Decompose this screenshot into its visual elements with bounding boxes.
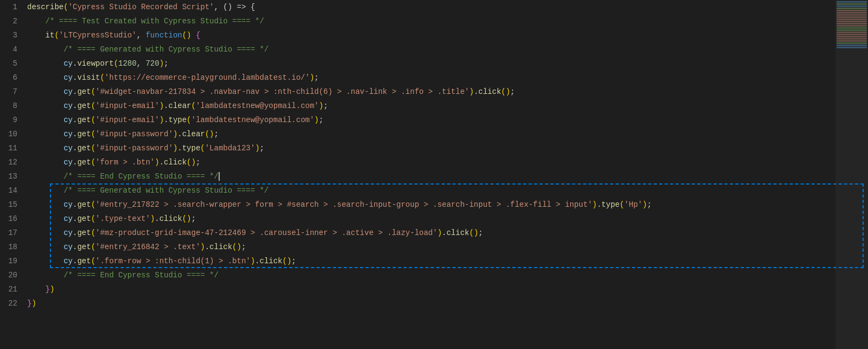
code-line-17: cy.get('#mz-product-grid-image-47-212469… [23, 226, 868, 240]
token-paren: ) [187, 31, 191, 40]
text-cursor [219, 172, 220, 181]
token-dot: . [442, 229, 446, 237]
token-str: 'Lambda123' [205, 144, 255, 153]
token-paren: () [205, 130, 214, 138]
token-dot: . [177, 130, 182, 138]
line-number-8: 8 [0, 99, 23, 113]
token-cy: cy [27, 257, 73, 265]
token-method: get [77, 116, 91, 124]
token-cy: cy [27, 73, 73, 82]
token-paren: ( [200, 144, 205, 153]
token-white: ; [323, 101, 328, 110]
token-paren: () [182, 214, 192, 223]
token-cy: cy [27, 101, 73, 110]
token-cy: cy [27, 87, 73, 96]
line-number-14: 14 [0, 183, 23, 198]
code-line-11: cy.get('#input-password').type('Lambda12… [23, 141, 868, 155]
token-method: get [77, 144, 91, 153]
token-method: click [209, 243, 232, 251]
line-number-11: 11 [0, 141, 23, 155]
token-dot: . [597, 200, 601, 209]
token-cy: cy [27, 243, 73, 251]
line-numbers: 12345678910111213141516171819202122 [0, 0, 23, 349]
code-line-7: cy.get('#widget-navbar-217834 > .navbar-… [23, 85, 868, 99]
token-paren: ( [91, 116, 95, 124]
token-method: get [77, 87, 91, 96]
code-line-16: cy.get('.type-text').click(); [23, 212, 868, 226]
token-paren: ) [314, 116, 318, 124]
token-paren: ( [63, 3, 68, 11]
token-paren: ) [437, 229, 442, 237]
token-paren: ( [620, 200, 624, 209]
code-line-8: cy.get('#input-email').clear('lambdatest… [23, 99, 868, 113]
token-method: get [77, 214, 91, 223]
token-paren: ( [91, 87, 95, 96]
token-str: '#input-email' [95, 116, 159, 124]
line-number-13: 13 [0, 169, 23, 183]
token-white: , [137, 31, 146, 40]
token-str: '#mz-product-grid-image-47-212469 > .car… [95, 229, 437, 237]
code-line-21: }) [23, 282, 868, 296]
token-dot: . [205, 243, 209, 251]
token-paren: () [283, 257, 292, 265]
token-cy: cy [27, 229, 73, 237]
code-line-20: /* ==== End Cypress Studio ==== */ [23, 268, 868, 282]
token-white: , () => { [214, 3, 255, 11]
token-method: click [260, 257, 283, 265]
token-paren: ( [91, 200, 95, 209]
token-dot: . [159, 158, 164, 167]
line-number-4: 4 [0, 42, 23, 56]
line-number-19: 19 [0, 254, 23, 268]
token-dot: . [155, 214, 159, 223]
token-kw-describe: describe [27, 3, 63, 11]
line-number-16: 16 [0, 212, 23, 226]
token-method: get [77, 229, 91, 237]
token-str: '.form-row > :nth-child(1) > .btn' [95, 257, 251, 265]
code-line-19: cy.get('.form-row > :nth-child(1) > .btn… [23, 254, 868, 268]
code-line-3: it('LTCypressStudio', function() { [23, 28, 868, 42]
token-str: '#entry_216842 > .text' [95, 243, 200, 251]
token-paren: ) [159, 59, 164, 68]
token-cy: cy [27, 158, 73, 167]
token-str: 'Cypress Studio Recorded Script' [68, 3, 214, 11]
token-kw-it: it [46, 31, 55, 40]
token-str: 'https://ecommerce-playground.lambdatest… [105, 73, 310, 82]
line-number-12: 12 [0, 155, 23, 169]
token-paren: ) [642, 200, 647, 209]
token-paren: ( [54, 31, 59, 40]
token-str: '#input-email' [95, 101, 159, 110]
line-number-5: 5 [0, 56, 23, 71]
token-comment: /* ==== Test Created with Cypress Studio… [27, 17, 264, 26]
token-white: ; [241, 243, 246, 251]
token-paren: ) [200, 243, 205, 251]
token-method: click [159, 214, 182, 223]
token-cy: cy [27, 59, 73, 68]
token-brace: } [27, 285, 50, 294]
token-paren: ) [255, 144, 259, 153]
token-method: visit [77, 73, 100, 82]
token-method: get [77, 101, 91, 110]
token-method: type [182, 144, 201, 153]
token-paren: ( [100, 73, 104, 82]
token-white: ; [214, 130, 219, 138]
code-area[interactable]: describe('Cypress Studio Recorded Script… [23, 0, 868, 349]
token-paren: ( [91, 257, 95, 265]
token-paren: () [469, 229, 478, 237]
code-line-15: cy.get('#entry_217822 > .search-wrapper … [23, 198, 868, 212]
token-method: click [446, 229, 469, 237]
token-paren: ( [91, 158, 95, 167]
token-str: 'form > .btn' [95, 158, 155, 167]
token-comment: /* ==== End Cypress Studio ==== */ [27, 271, 219, 280]
token-paren: ) [251, 257, 255, 265]
line-number-22: 22 [0, 296, 23, 310]
token-method: get [77, 243, 91, 251]
code-line-5: cy.viewport(1280, 720); [23, 56, 868, 71]
token-method: click [478, 87, 501, 96]
code-line-4: /* ==== Generated with Cypress Studio ==… [23, 42, 868, 56]
token-str: '.type-text' [95, 214, 150, 223]
token-white: ; [196, 158, 200, 167]
code-line-13: /* ==== End Cypress Studio ==== */ [23, 169, 868, 183]
token-paren: ( [91, 101, 95, 110]
token-method: get [77, 130, 91, 138]
code-line-9: cy.get('#input-email').type('lambdatestn… [23, 113, 868, 127]
